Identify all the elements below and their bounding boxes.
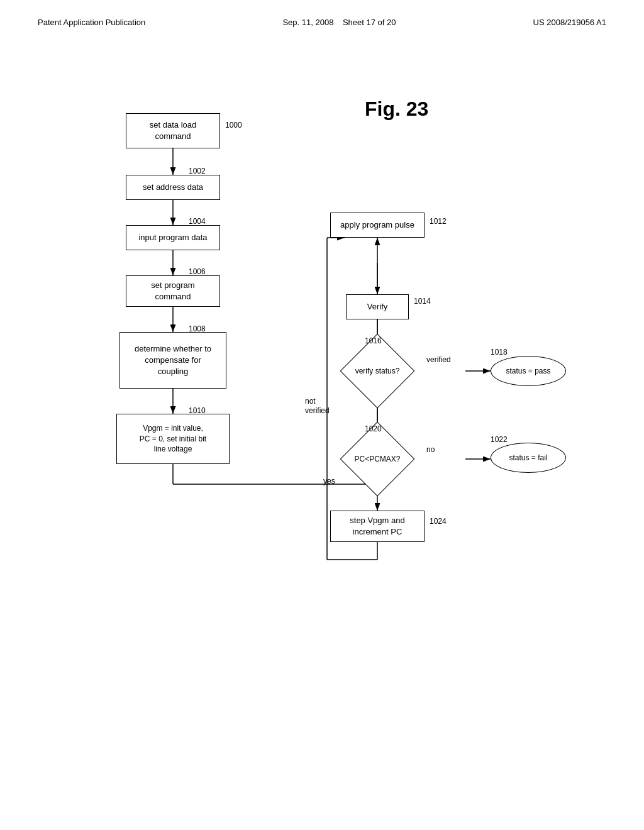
header: Patent Application Publication Sep. 11, … bbox=[0, 0, 644, 27]
node-1010: Vpgm = init value, PC = 0, set initial b… bbox=[116, 414, 230, 464]
label-1020: 1020 bbox=[365, 424, 382, 433]
node-1018: status = pass bbox=[491, 356, 566, 386]
no-label: no bbox=[426, 445, 435, 454]
label-1000: 1000 bbox=[225, 121, 242, 130]
node-1024: step Vpgm and increment PC bbox=[330, 511, 425, 542]
label-1016: 1016 bbox=[365, 336, 382, 345]
node-1020: PC<PCMAX? bbox=[333, 433, 421, 485]
node-1008: determine whether to compensate for coup… bbox=[119, 332, 226, 389]
node-1016: verify status? bbox=[333, 345, 421, 397]
label-1014: 1014 bbox=[414, 297, 431, 306]
node-1002: set address data bbox=[126, 175, 220, 200]
label-1022: 1022 bbox=[491, 435, 508, 444]
header-left: Patent Application Publication bbox=[38, 18, 145, 27]
node-1022: status = fail bbox=[491, 443, 566, 473]
publication-label: Patent Application Publication bbox=[38, 18, 145, 27]
header-patent: US 2008/219056 A1 bbox=[533, 18, 606, 27]
label-1024: 1024 bbox=[430, 517, 447, 526]
label-1010: 1010 bbox=[189, 406, 206, 415]
label-1018: 1018 bbox=[491, 348, 508, 357]
node-1014: Verify bbox=[346, 294, 409, 319]
label-1012: 1012 bbox=[430, 217, 447, 226]
label-1008: 1008 bbox=[189, 324, 206, 333]
label-1006: 1006 bbox=[189, 267, 206, 276]
node-1012: apply program pulse bbox=[330, 213, 425, 238]
page: Patent Application Publication Sep. 11, … bbox=[0, 0, 644, 830]
flowchart: set data load command 1000 set address d… bbox=[50, 75, 591, 767]
yes-label: yes bbox=[323, 477, 335, 485]
node-1004: input program data bbox=[126, 225, 220, 250]
header-date: Sep. 11, 2008 Sheet 17 of 20 bbox=[282, 18, 396, 27]
verified-label: verified bbox=[426, 355, 451, 364]
label-1004: 1004 bbox=[189, 217, 206, 226]
node-1000: set data load command bbox=[126, 113, 220, 148]
not-verified-label: not verified bbox=[305, 387, 330, 416]
node-1006: set program command bbox=[126, 275, 220, 307]
label-1002: 1002 bbox=[189, 167, 206, 175]
